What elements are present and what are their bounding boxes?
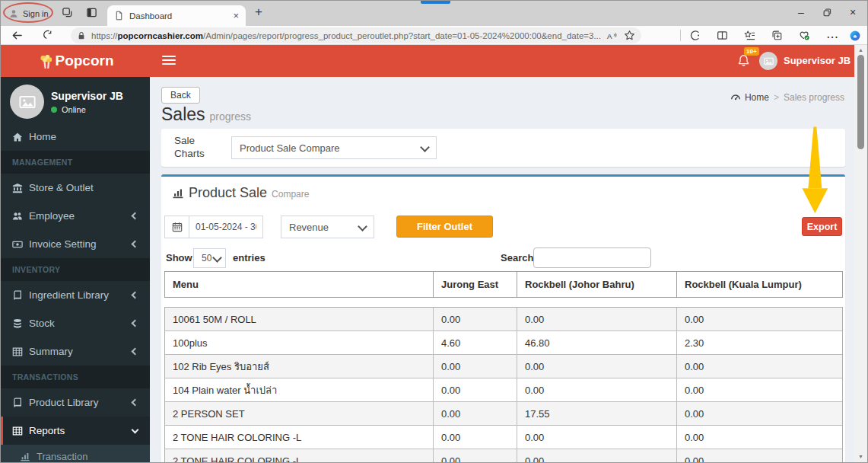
favorites-bar-icon[interactable]: [744, 30, 755, 41]
back-arrow-icon[interactable]: [11, 30, 23, 41]
box-title: Product Sale Compare: [172, 185, 309, 201]
chart-bar-icon: [172, 187, 184, 200]
more-icon[interactable]: ⋯: [826, 31, 838, 43]
scroll-up-icon[interactable]: ▲: [854, 45, 867, 55]
sidebar-item-store-outlet[interactable]: Store & Outlet: [1, 174, 150, 202]
table-row: 100plus4.6046.802.30: [165, 331, 842, 355]
breadcrumb: Home > Sales progress: [730, 92, 844, 103]
toolbar-divider: [680, 30, 681, 41]
copilot-icon[interactable]: [849, 30, 861, 42]
search-input[interactable]: [533, 247, 651, 268]
navbar-avatar[interactable]: [759, 52, 777, 70]
chevron-left-icon: [132, 241, 139, 248]
column-header-rockbell-johor-bahru[interactable]: Rockbell (Johor Bahru): [517, 272, 677, 297]
sidebar-item-home[interactable]: Home: [1, 123, 150, 151]
chevron-left-icon: [132, 399, 139, 407]
menu-cell: 2 TONE HAIR COLORING -L: [165, 449, 434, 462]
chevron-left-icon: [132, 292, 139, 299]
breadcrumb-current: Sales progress: [784, 92, 844, 103]
refresh-icon[interactable]: [42, 30, 52, 40]
workspaces-icon[interactable]: [62, 7, 73, 18]
page-length-select[interactable]: 50: [193, 248, 226, 268]
breadcrumb-home[interactable]: Home: [730, 92, 769, 103]
popcorn-logo-icon: [37, 53, 52, 69]
navbar-user-name[interactable]: Supervisor JB: [784, 45, 851, 77]
scroll-down-icon[interactable]: ▼: [854, 452, 867, 461]
shield-check-icon[interactable]: [799, 30, 810, 41]
new-tab-button[interactable]: +: [255, 5, 262, 20]
minimize-button[interactable]: –: [788, 1, 814, 24]
chevron-left-icon: [132, 320, 139, 327]
home-icon: [12, 132, 29, 142]
date-range-input[interactable]: [189, 216, 263, 238]
sidebar-section-management: MANAGEMENT: [1, 151, 150, 174]
back-button[interactable]: Back: [161, 87, 200, 104]
menu-cell: 100plus: [165, 331, 434, 354]
value-cell: 2.30: [677, 331, 842, 354]
tab-group-indicator: [421, 1, 450, 4]
scrollbar-thumb[interactable]: [857, 55, 864, 149]
table-row: 2 TONE HAIR COLORING -L0.000.000.00: [165, 426, 842, 449]
page-scrollbar[interactable]: ▲ ▼: [854, 45, 867, 462]
sidebar-toggle-button[interactable]: [162, 56, 176, 67]
entries-label: entries: [233, 252, 265, 263]
column-header-rockbell-kuala-lumpur[interactable]: Rockbell (Kuala Lumpur): [677, 272, 842, 297]
signin-button[interactable]: Sign in: [8, 5, 49, 21]
brand-text: Popcorn: [55, 53, 113, 69]
sidebar-item-label: Store & Outlet: [29, 182, 94, 193]
sidebar-item-ingredient-library[interactable]: Ingredient Library: [1, 281, 150, 309]
sale-charts-label: Sale Charts: [174, 135, 220, 161]
app-logo[interactable]: Popcorn: [1, 45, 150, 77]
value-cell: 0.00: [434, 378, 517, 401]
collections-icon[interactable]: [771, 30, 783, 41]
main-content: Back Salesprogress Home > Sales progress…: [150, 77, 867, 462]
chevron-left-icon: [132, 348, 139, 356]
date-range-group: [164, 216, 263, 238]
restore-button[interactable]: [814, 1, 840, 24]
value-cell: 0.00: [677, 402, 842, 425]
sale-charts-select[interactable]: Product Sale Compare: [231, 136, 437, 159]
lock-icon: [77, 31, 86, 40]
value-cell: 0.00: [677, 308, 842, 330]
notification-badge: 10+: [744, 47, 759, 56]
browser-essentials-icon[interactable]: [689, 30, 701, 41]
column-header-menu[interactable]: Menu: [165, 272, 434, 297]
value-cell: 0.00: [677, 378, 842, 401]
column-header-jurong-east[interactable]: Jurong East: [434, 272, 517, 297]
notifications-bell-icon[interactable]: [737, 54, 750, 67]
vertical-tabs-icon[interactable]: [86, 7, 97, 18]
sidebar-item-invoice-setting[interactable]: Invoice Setting: [1, 230, 150, 258]
split-screen-icon[interactable]: [717, 30, 728, 41]
close-window-button[interactable]: ×: [840, 1, 866, 24]
address-bar[interactable]: https://popcorncashier.com/Admin/pages/r…: [71, 27, 641, 43]
sidebar-item-employee[interactable]: Employee: [1, 202, 150, 230]
sidebar-item-summary[interactable]: Summary: [1, 337, 150, 366]
measure-select[interactable]: Revenue: [281, 216, 374, 238]
sidebar-item-transaction[interactable]: Transaction: [1, 445, 150, 462]
calendar-icon[interactable]: [164, 216, 189, 238]
sidebar-item-reports[interactable]: Reports: [1, 417, 150, 445]
sidebar-item-product-library[interactable]: Product Library: [1, 388, 150, 417]
database-icon: [12, 318, 29, 329]
menu-cell: 102 Rib Eyes ริบอายส์: [165, 355, 434, 378]
gauge-icon: [730, 92, 741, 103]
show-label: Show: [166, 252, 192, 263]
value-cell: 0.00: [517, 449, 677, 462]
value-cell: 0.00: [434, 449, 517, 462]
tab-close-icon[interactable]: ×: [233, 10, 239, 21]
value-cell: 0.00: [517, 378, 677, 401]
bank-icon: [12, 183, 29, 193]
favorite-star-icon[interactable]: [624, 30, 635, 41]
profile-icon: [8, 8, 19, 19]
chevron-left-icon: [132, 212, 139, 220]
filter-outlet-button[interactable]: Filter Outlet: [396, 216, 493, 238]
sidebar-avatar: [10, 85, 44, 119]
read-aloud-icon[interactable]: A: [606, 30, 618, 41]
menu-cell: 2 TONE HAIR COLORING -L: [165, 426, 434, 449]
table-row: 2 PERSON SET0.0017.550.00: [165, 402, 842, 426]
browser-tab-dashboard[interactable]: Dashboard ×: [107, 5, 246, 26]
sidebar-user-name: Supervisor JB: [51, 90, 123, 102]
sidebar-item-label: Employee: [29, 210, 75, 222]
sidebar-item-stock[interactable]: Stock: [1, 309, 150, 337]
export-button[interactable]: Export: [802, 217, 842, 236]
